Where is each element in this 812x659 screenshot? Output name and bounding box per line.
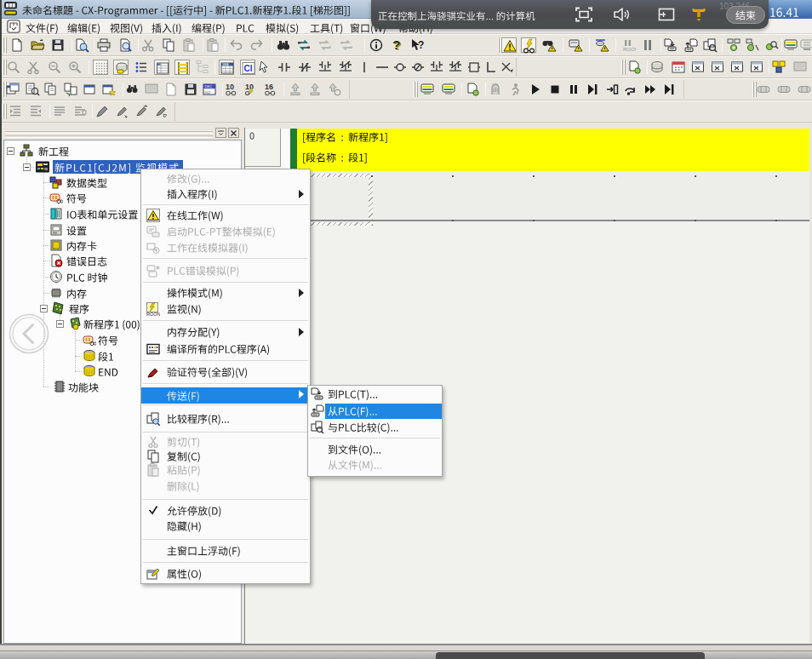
svg-text:SMA: SMA <box>222 63 229 66</box>
svg-text:?: ? <box>392 37 400 52</box>
svg-text:10: 10 <box>245 83 254 91</box>
svg-text:10: 10 <box>226 83 234 91</box>
svg-text:DEC: DEC <box>204 84 212 89</box>
svg-text:012: 012 <box>204 90 211 95</box>
svg-text:16: 16 <box>265 83 273 91</box>
svg-text:?: ? <box>418 39 424 51</box>
svg-text:CI: CI <box>244 64 253 73</box>
svg-text:ROON: ROON <box>146 312 160 316</box>
svg-text:ROON: ROON <box>623 47 636 52</box>
